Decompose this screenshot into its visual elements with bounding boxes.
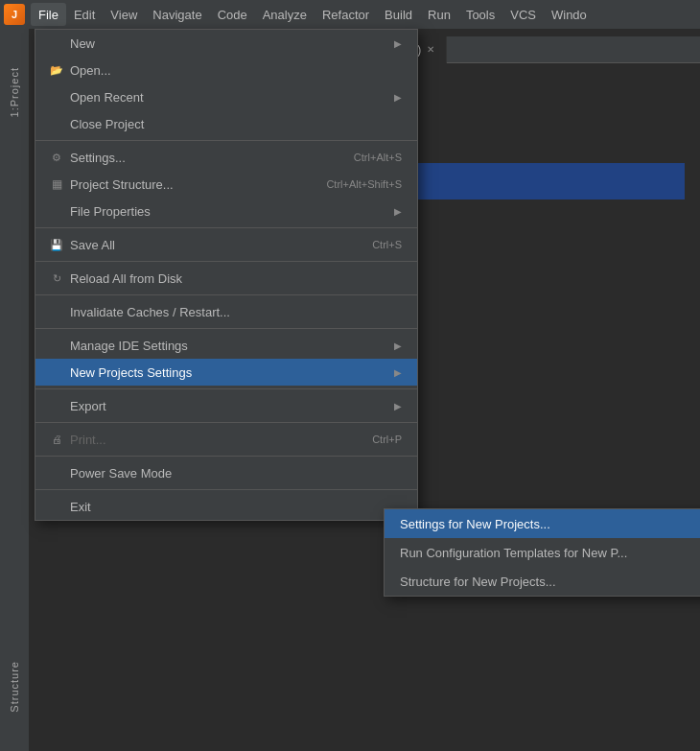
reload-icon: ↻ <box>47 272 66 285</box>
menu-analyze[interactable]: Analyze <box>255 3 315 26</box>
menu-build[interactable]: Build <box>377 3 420 26</box>
menu-item-export[interactable]: Export ▶ <box>35 392 417 419</box>
manage-ide-arrow: ▶ <box>394 340 402 351</box>
menu-item-open[interactable]: 📂 Open... <box>35 57 417 83</box>
menu-refactor[interactable]: Refactor <box>315 3 377 26</box>
menu-window[interactable]: Windo <box>544 3 595 26</box>
menu-item-file-properties[interactable]: File Properties ▶ <box>35 198 417 224</box>
menu-item-close-project[interactable]: Close Project <box>35 110 417 137</box>
menu-tools[interactable]: Tools <box>458 3 502 26</box>
file-properties-arrow: ▶ <box>394 206 402 217</box>
project-label[interactable]: 1:Project <box>9 67 20 117</box>
menu-view[interactable]: View <box>103 3 145 26</box>
separator-7 <box>35 422 417 423</box>
menu-item-open-recent[interactable]: Open Recent ▶ <box>35 83 417 110</box>
separator-2 <box>35 227 417 228</box>
file-menu-dropdown: New ▶ 📂 Open... Open Recent ▶ Close Proj… <box>35 29 418 521</box>
menu-code[interactable]: Code <box>210 3 255 26</box>
tab-close-button[interactable]: ✕ <box>427 44 434 55</box>
menu-item-settings[interactable]: ⚙ Settings... Ctrl+Alt+S <box>35 144 417 171</box>
menu-item-new[interactable]: New ▶ <box>35 30 417 57</box>
menu-bar: J File Edit View Navigate Code Analyze R… <box>0 0 700 29</box>
new-projects-arrow: ▶ <box>394 367 402 378</box>
print-icon: 🖨 <box>47 434 66 445</box>
separator-8 <box>35 456 417 457</box>
export-arrow: ▶ <box>394 401 402 411</box>
menu-vcs[interactable]: VCS <box>502 3 544 26</box>
separator-5 <box>35 328 417 329</box>
menu-item-power-save[interactable]: Power Save Mode <box>35 459 417 486</box>
new-projects-submenu: Settings for New Projects... Run Configu… <box>384 508 700 597</box>
separator-3 <box>35 261 417 262</box>
menu-item-manage-ide[interactable]: Manage IDE Settings ▶ <box>35 332 417 359</box>
separator-9 <box>35 489 417 490</box>
submenu-item-structure-new[interactable]: Structure for New Projects... <box>385 567 700 596</box>
separator-4 <box>35 294 417 295</box>
open-recent-arrow: ▶ <box>394 92 402 103</box>
submenu-item-settings-new[interactable]: Settings for New Projects... <box>385 509 700 538</box>
structure-label[interactable]: Structure <box>9 661 20 713</box>
settings-icon: ⚙ <box>47 152 66 164</box>
menu-item-reload[interactable]: ↻ Reload All from Disk <box>35 265 417 292</box>
project-structure-icon: ▦ <box>47 177 66 191</box>
menu-navigate[interactable]: Navigate <box>145 3 209 26</box>
menu-item-invalidate[interactable]: Invalidate Caches / Restart... <box>35 298 417 325</box>
menu-item-print[interactable]: 🖨 Print... Ctrl+P <box>35 426 417 453</box>
submenu-item-run-config[interactable]: Run Configuration Templates for New P... <box>385 538 700 567</box>
menu-item-new-projects-settings[interactable]: New Projects Settings ▶ <box>35 359 417 386</box>
menu-edit[interactable]: Edit <box>66 3 103 26</box>
new-arrow: ▶ <box>394 38 402 49</box>
left-sidebar: 1:Project Structure <box>0 29 29 751</box>
separator-6 <box>35 388 417 389</box>
save-all-icon: 💾 <box>47 239 66 251</box>
separator-1 <box>35 140 417 141</box>
menu-item-save-all[interactable]: 💾 Save All Ctrl+S <box>35 231 417 258</box>
app-logo: J <box>4 4 25 25</box>
menu-file[interactable]: File <box>31 3 66 26</box>
menu-item-project-structure[interactable]: ▦ Project Structure... Ctrl+Alt+Shift+S <box>35 171 417 198</box>
menu-run[interactable]: Run <box>420 3 458 26</box>
menu-item-exit[interactable]: Exit <box>35 493 417 520</box>
open-icon: 📂 <box>47 64 66 77</box>
